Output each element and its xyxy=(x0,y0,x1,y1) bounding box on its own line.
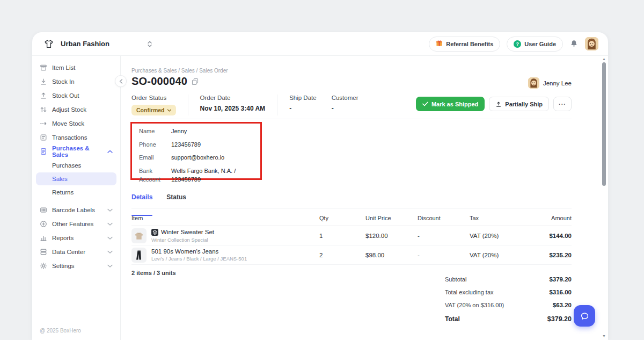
subtotal-label: Subtotal xyxy=(445,276,466,283)
bar-chart-icon xyxy=(40,234,47,242)
breadcrumb[interactable]: Purchases & Sales / Sales / Sales Order xyxy=(131,68,228,74)
ship-date-value: - xyxy=(289,105,317,112)
item-discount: - xyxy=(418,252,470,258)
customer-label: Customer xyxy=(332,95,358,101)
user-avatar[interactable] xyxy=(585,37,598,50)
partially-ship-button[interactable]: Partially Ship xyxy=(489,97,549,111)
chat-launcher-button[interactable] xyxy=(574,305,595,327)
tab-details[interactable]: Details xyxy=(131,193,152,208)
sidebar-item-move-stock[interactable]: Move Stock xyxy=(32,117,120,131)
divider xyxy=(131,119,572,119)
item-thumbnail-sweater xyxy=(131,228,147,243)
item-unit-price: $98.00 xyxy=(365,252,418,258)
chat-bubble-icon xyxy=(580,311,590,321)
vertical-scrollbar: ▲ ▼ xyxy=(601,57,607,338)
plus-circle-icon xyxy=(40,220,47,228)
vat-label: VAT (20% on $316.00) xyxy=(445,302,504,308)
total-value: $379.20 xyxy=(547,315,572,323)
item-unit-price: $120.00 xyxy=(365,233,418,239)
order-date-label: Order Date xyxy=(200,95,266,101)
customer-value: - xyxy=(332,105,358,112)
referral-benefits-button[interactable]: Referral Benefits xyxy=(429,37,500,52)
sidebar-item-stock-in[interactable]: Stock In xyxy=(32,75,120,89)
workspace-name[interactable]: Urban Fashion xyxy=(61,40,109,48)
sidebar-item-data-center[interactable]: Data Center xyxy=(32,245,120,259)
order-status-dropdown[interactable]: Confirmed xyxy=(131,105,176,115)
sidebar-item-returns[interactable]: Returns xyxy=(32,185,120,199)
dashed-arrow-right-icon xyxy=(40,120,47,127)
subtotal-value: $379.20 xyxy=(549,276,572,283)
tab-status[interactable]: Status xyxy=(166,193,186,208)
chevron-down-icon xyxy=(107,249,113,255)
main-content: Purchases & Sales / Sales / Sales Order … xyxy=(121,56,608,340)
sidebar: Item List Stock In Stock Out Adjust Stoc… xyxy=(32,56,121,340)
more-options-button[interactable]: ··· xyxy=(553,97,572,111)
assignee-avatar xyxy=(528,77,539,89)
sidebar-item-adjust-stock[interactable]: Adjust Stock xyxy=(32,103,120,117)
total-excl-tax-value: $316.00 xyxy=(549,289,572,295)
workspace-switcher-icon[interactable] xyxy=(147,40,152,48)
item-qty: 1 xyxy=(319,233,365,239)
total-label: Total xyxy=(445,315,460,323)
question-circle-icon: ? xyxy=(514,40,521,48)
item-qty: 2 xyxy=(319,252,365,258)
item-amount: $235.20 xyxy=(542,252,572,258)
receipt-icon xyxy=(40,148,47,155)
app-window: Urban Fashion Referral Benefits ? xyxy=(32,32,608,340)
detail-tabs: Details Status xyxy=(131,193,572,208)
info-bank-label: Bank Account xyxy=(139,167,171,184)
info-name-label: Name xyxy=(139,127,171,136)
sidebar-item-stock-out[interactable]: Stock Out xyxy=(32,89,120,103)
totals-panel: Subtotal $379.20 Total excluding tax $31… xyxy=(445,273,572,325)
info-phone-value: 123456789 xyxy=(171,140,201,149)
archive-box-icon xyxy=(40,64,47,71)
ledger-icon xyxy=(40,134,47,141)
copy-icon[interactable] xyxy=(192,78,199,85)
ship-date-label: Ship Date xyxy=(289,95,317,101)
total-excl-tax-label: Total excluding tax xyxy=(445,289,494,295)
upload-icon xyxy=(495,101,502,107)
scroll-up-arrow-icon[interactable]: ▲ xyxy=(601,57,607,61)
item-tax: VAT (20%) xyxy=(470,233,542,239)
sidebar-item-settings[interactable]: Settings xyxy=(32,259,120,273)
sidebar-item-purchases-sales[interactable]: Purchases & Sales xyxy=(32,144,120,158)
copyright-text: @ 2025 BoxHero xyxy=(40,328,81,334)
sidebar-item-reports[interactable]: Reports xyxy=(32,231,120,245)
sidebar-item-barcode-labels[interactable]: Barcode Labels xyxy=(32,203,120,217)
info-phone-label: Phone xyxy=(139,140,171,149)
item-thumbnail-jeans xyxy=(131,248,147,263)
bell-icon[interactable] xyxy=(569,39,579,48)
mark-as-shipped-button[interactable]: Mark as Shipped xyxy=(416,97,485,111)
table-row[interactable]: Winter Sweater Set Winter Collection Spe… xyxy=(131,226,572,245)
sidebar-item-sales[interactable]: Sales xyxy=(36,172,116,185)
order-status-label: Order Status xyxy=(131,95,176,101)
order-date-value: Nov 10, 2025 3:40 AM xyxy=(200,105,266,112)
assignee[interactable]: Jenny Lee xyxy=(528,77,572,89)
chevron-down-icon xyxy=(107,207,113,213)
check-icon xyxy=(422,102,428,106)
chevron-down-icon xyxy=(107,221,113,227)
page-title: SO-000040 xyxy=(131,75,187,88)
info-name-value: Jenny xyxy=(171,127,187,136)
item-name: 501 90s Women's Jeans xyxy=(151,248,218,255)
info-email-label: Email xyxy=(139,153,171,162)
scroll-down-arrow-icon[interactable]: ▼ xyxy=(601,334,607,338)
chevron-down-icon xyxy=(107,235,113,241)
barcode-icon xyxy=(40,206,47,214)
item-discount: - xyxy=(418,233,470,239)
item-amount: $144.00 xyxy=(542,233,572,239)
sidebar-collapse-button[interactable] xyxy=(115,75,127,87)
info-bank-value: Wells Fargo Bank, N.A. / 123456789 xyxy=(171,167,254,184)
sidebar-item-item-list[interactable]: Item List xyxy=(32,61,120,75)
referral-benefits-label: Referral Benefits xyxy=(446,41,493,47)
customer-info-box: Name Jenny Phone 123456789 Email support… xyxy=(139,127,254,189)
table-row[interactable]: 501 90s Women's Jeans Levi's / Jeans / B… xyxy=(131,245,572,265)
user-guide-label: User Guide xyxy=(524,41,556,47)
scrollbar-thumb[interactable] xyxy=(602,62,606,186)
sidebar-item-other-features[interactable]: Other Features xyxy=(32,217,120,231)
sidebar-item-transactions[interactable]: Transactions xyxy=(32,131,120,144)
item-subtitle: Winter Collection Special xyxy=(151,237,214,243)
arrow-down-to-line-icon xyxy=(40,78,47,85)
user-guide-button[interactable]: ? User Guide xyxy=(507,37,563,52)
sidebar-item-purchases[interactable]: Purchases xyxy=(32,158,120,172)
